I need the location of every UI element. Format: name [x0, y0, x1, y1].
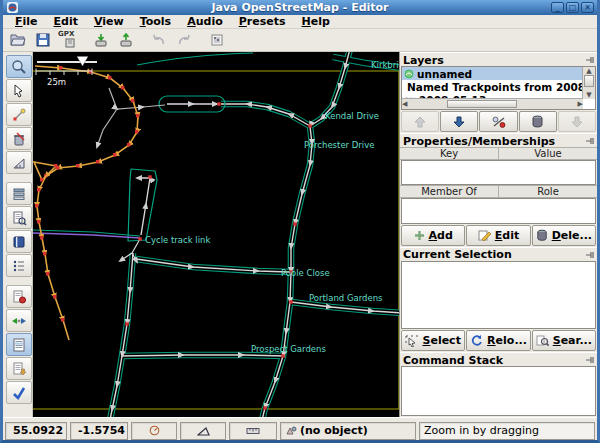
merge-down-icon — [571, 116, 583, 128]
select-cursor-icon — [405, 335, 418, 347]
command-stack-icon — [11, 361, 27, 377]
redo-button[interactable] — [172, 29, 195, 51]
refresh-icon — [470, 334, 483, 347]
object-icon — [285, 425, 297, 436]
edit-property-button[interactable]: Edit — [466, 225, 530, 246]
toggle-properties-dialog-button[interactable] — [6, 206, 32, 229]
layer-actions — [400, 110, 597, 133]
book-icon — [11, 234, 27, 250]
selection-list-icon — [11, 337, 27, 353]
minimize-button[interactable]: _ — [551, 2, 564, 13]
menu-presets[interactable]: Presets — [231, 15, 294, 28]
stick-pin-icon[interactable] — [586, 56, 595, 64]
menu-file[interactable]: File — [7, 15, 46, 28]
reload-button[interactable]: Relo... — [466, 330, 530, 351]
street-label: Cycle track link — [145, 235, 210, 245]
search-button[interactable]: Sear... — [532, 330, 596, 351]
layer-row[interactable]: Named Trackpoints from 2008-05-13_cr... — [402, 80, 586, 93]
stick-pin-icon[interactable] — [586, 251, 595, 259]
measure-mode-button[interactable] — [6, 151, 32, 174]
layer-list-horizontal-scrollbar[interactable]: ◀▶ — [402, 98, 583, 109]
delete-property-button[interactable]: Dele... — [532, 225, 596, 246]
search-icon — [536, 334, 549, 347]
scale-bar: 25m — [36, 69, 92, 88]
toggle-command-stack-dialog-button[interactable] — [6, 357, 32, 380]
save-button[interactable] — [31, 29, 54, 51]
title-bar[interactable]: Java OpenStreetMap - Editor _ □ ✕ — [3, 0, 597, 15]
stick-pin-icon[interactable] — [586, 137, 595, 145]
pencil-icon — [478, 229, 491, 241]
stick-pin-icon[interactable] — [586, 356, 595, 364]
draw-node-mode-button[interactable] — [6, 103, 32, 126]
preferences-icon — [209, 32, 225, 48]
menu-bar: File Edit View Tools Audio Presets Help — [3, 15, 597, 29]
street-label: Porchester Drive — [304, 140, 374, 150]
zoom-slider[interactable] — [37, 57, 97, 67]
upload-icon — [118, 32, 134, 48]
toggle-authors-dialog-button[interactable] — [6, 285, 32, 308]
document-stamp-icon — [11, 289, 27, 305]
memberships-table-header: Member Of Role — [400, 185, 597, 198]
close-button[interactable]: ✕ — [581, 2, 594, 13]
osm-data-layer-icon — [404, 69, 414, 79]
current-selection-header: Current Selection — [400, 247, 597, 261]
menu-audio[interactable]: Audio — [179, 15, 231, 28]
layer-list-vertical-scrollbar[interactable]: ▲▼ — [582, 67, 595, 99]
checkmark-icon — [11, 385, 27, 401]
properties-table[interactable] — [401, 160, 596, 184]
set-square-icon — [11, 155, 27, 171]
menu-view[interactable]: View — [86, 15, 132, 28]
preferences-button[interactable] — [205, 29, 228, 51]
hint-text: Zoom in by dragging — [424, 424, 539, 437]
download-osm-button[interactable] — [89, 29, 112, 51]
longitude-readout: -1.5754 — [70, 422, 128, 440]
download-gpx-button[interactable]: GPX — [56, 29, 79, 51]
magnifier-icon — [11, 59, 27, 75]
add-property-button[interactable]: Add — [401, 225, 465, 246]
select-mode-button[interactable] — [6, 79, 32, 102]
upload-osm-button[interactable] — [114, 29, 137, 51]
memberships-table[interactable] — [401, 198, 596, 224]
street-label: Prospect Gardens — [251, 344, 326, 354]
undo-icon — [151, 32, 167, 48]
selected-way — [33, 233, 140, 238]
zoom-mode-button[interactable] — [6, 55, 32, 78]
menu-edit[interactable]: Edit — [46, 15, 86, 28]
open-button[interactable] — [6, 29, 29, 51]
menu-tools[interactable]: Tools — [132, 15, 179, 28]
command-stack-list[interactable] — [401, 366, 596, 416]
selection-list[interactable] — [401, 261, 596, 329]
object-readout: (no object) — [280, 422, 416, 440]
top-arc-way — [137, 53, 253, 65]
toggle-selection-list-dialog-button[interactable] — [6, 254, 32, 277]
value-column-header: Value — [499, 148, 597, 159]
menu-help[interactable]: Help — [294, 15, 338, 28]
clock-icon — [149, 425, 160, 436]
street-label: Portland Gardens — [309, 293, 383, 303]
trash-cylinder-icon — [536, 229, 548, 241]
show-hide-layer-button[interactable] — [479, 111, 517, 132]
object-value: (no object) — [300, 424, 368, 437]
gps-trace — [97, 88, 165, 147]
map-canvas[interactable]: 25m Kirkbride Kendal Drive Porchester Dr… — [33, 52, 399, 417]
delete-mode-button[interactable] — [6, 127, 32, 150]
orange-track — [34, 66, 138, 340]
add-label: Add — [429, 229, 453, 242]
move-layer-up-button[interactable] — [401, 111, 439, 132]
select-button[interactable]: Select — [401, 330, 465, 351]
status-hint: Zoom in by dragging — [419, 422, 595, 440]
merge-layer-button[interactable] — [558, 111, 596, 132]
maximize-button[interactable]: □ — [566, 2, 579, 13]
apply-check-button[interactable] — [6, 381, 32, 404]
pen-icon — [11, 107, 27, 123]
toggle-relations-dialog-button[interactable] — [6, 230, 32, 253]
toggle-current-selection-dialog-button[interactable] — [6, 333, 32, 356]
move-layer-down-button[interactable] — [440, 111, 478, 132]
delete-layer-button[interactable] — [519, 111, 557, 132]
toggle-layers-dialog-button[interactable] — [6, 182, 32, 205]
layer-list[interactable]: unnamed Named Trackpoints from 2008-05-1… — [401, 66, 596, 110]
key-column-header: Key — [400, 148, 499, 159]
toggle-conflict-dialog-button[interactable] — [6, 309, 32, 332]
undo-button[interactable] — [147, 29, 170, 51]
layer-row[interactable]: unnamed — [402, 67, 586, 80]
